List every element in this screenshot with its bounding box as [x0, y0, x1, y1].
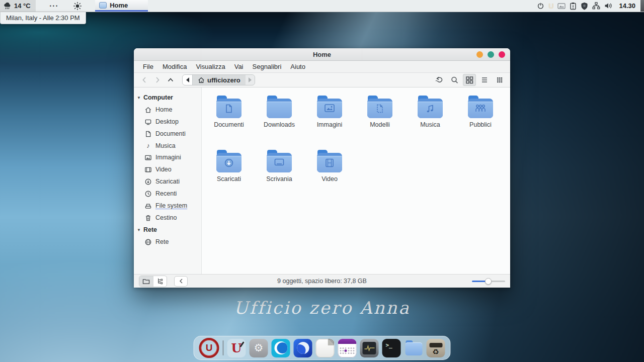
browser-icon[interactable] [272, 339, 290, 357]
sidebar-item-recenti[interactable]: Recenti [134, 188, 201, 200]
text-editor-icon[interactable] [316, 339, 335, 357]
close-button[interactable] [499, 51, 505, 58]
sidebar-item-file-system[interactable]: File system [134, 200, 201, 212]
image-viewer-tray-icon[interactable] [557, 3, 566, 10]
ufficiozero-app-icon[interactable]: U [227, 339, 246, 357]
folder-icon [317, 96, 342, 118]
file-item-immagini[interactable]: Immagini [304, 90, 355, 145]
search-button[interactable] [448, 74, 461, 86]
tree-panel-button[interactable] [153, 276, 167, 287]
sidebar-item-home[interactable]: Home [134, 104, 201, 116]
file-item-musica[interactable]: Musica [405, 90, 455, 145]
panel-toggle-group [139, 276, 167, 287]
menu-modifica[interactable]: Modifica [158, 63, 191, 70]
weather-temp: 14 °C [14, 2, 31, 10]
top-panel: 14 °C ••• Home U [0, 0, 644, 12]
file-item-modelli[interactable]: Modelli [355, 90, 405, 145]
brightness-sun-icon [73, 2, 82, 11]
settings-icon[interactable]: ⚙ [250, 339, 268, 357]
sidebar-item-cestino[interactable]: Cestino [134, 212, 201, 224]
menu-segnalibri[interactable]: Segnalibri [248, 63, 286, 70]
sidebar-item-scaricati[interactable]: Scaricati [134, 175, 201, 188]
sidebar-section-computer[interactable]: ▼ Computer [134, 92, 201, 104]
panel-clock[interactable]: 14.30 [617, 2, 637, 10]
sidebar-item-documenti[interactable]: Documenti [134, 128, 201, 140]
breadcrumb-prev-button[interactable] [183, 75, 193, 85]
ufficiozero-launcher-icon[interactable]: U [199, 338, 219, 358]
icon-view-button[interactable] [463, 74, 476, 86]
list-view-button[interactable] [478, 74, 491, 86]
calendar-icon[interactable] [338, 339, 357, 357]
document-icon [144, 130, 152, 138]
power-icon[interactable] [537, 2, 544, 10]
trash-icon [144, 214, 152, 222]
volume-tray-icon[interactable] [604, 2, 613, 10]
reload-button[interactable] [433, 74, 446, 86]
monitor-icon [144, 118, 152, 126]
sidebar-item-video[interactable]: Video [134, 163, 201, 175]
menu-vai[interactable]: Vai [230, 63, 248, 70]
breadcrumb-next-button[interactable] [246, 75, 255, 85]
folder-icon [367, 96, 392, 118]
music-note-icon: ♪ [144, 142, 152, 149]
collapse-arrow-icon: ▼ [137, 96, 141, 100]
file-item-video[interactable]: Video [304, 145, 355, 199]
places-panel-button[interactable] [139, 276, 153, 287]
menu-aiuto[interactable]: Aiuto [286, 63, 310, 70]
weather-widget[interactable]: 14 °C [0, 0, 36, 12]
dock-separator [223, 340, 224, 355]
ufficiozero-tray-icon[interactable]: U [548, 2, 553, 10]
menu-visualizza[interactable]: Visualizza [191, 63, 229, 70]
terminal-icon[interactable]: >_ [382, 339, 401, 357]
folder-icon [267, 150, 292, 172]
panel-overflow-button[interactable]: ••• [36, 0, 66, 12]
file-view[interactable]: Documenti Downloads Immagini Mod [202, 87, 510, 274]
collapse-arrow-icon: ▼ [137, 228, 141, 232]
file-manager-icon[interactable] [405, 339, 423, 357]
compact-view-button[interactable] [493, 74, 506, 86]
system-monitor-icon[interactable] [360, 339, 379, 357]
file-manager-window: Home File Modifica Visualizza Vai Segnal… [134, 48, 510, 288]
maximize-button[interactable] [488, 51, 494, 58]
taskbar-task-home[interactable]: Home [95, 0, 148, 12]
clipboard-tray-icon[interactable] [570, 2, 577, 10]
breadcrumb-location[interactable]: ufficiozero [193, 75, 246, 85]
desktop-watermark: Ufficio zero Anna [0, 298, 644, 318]
rain-cloud-icon [3, 2, 12, 10]
file-item-scaricati[interactable]: Scaricati [204, 145, 254, 199]
panel-spacer [148, 0, 537, 12]
sidebar-item-musica[interactable]: ♪ Musica [134, 140, 201, 151]
network-tray-icon[interactable] [592, 2, 600, 10]
brightness-button[interactable] [66, 0, 89, 12]
shield-tray-icon[interactable] [581, 2, 588, 10]
overflow-dots-icon: ••• [50, 4, 59, 9]
mail-icon[interactable] [294, 339, 312, 357]
dock: U U ⚙ >_ ♻ [194, 336, 451, 360]
titlebar[interactable]: Home [134, 48, 510, 61]
file-item-downloads[interactable]: Downloads [254, 90, 304, 145]
file-item-scrivania[interactable]: Scrivania [254, 145, 304, 199]
back-button[interactable] [138, 74, 151, 86]
window-controls [476, 48, 505, 61]
file-item-documenti[interactable]: Documenti [204, 90, 254, 145]
file-item-pubblici[interactable]: Pubblici [455, 90, 506, 145]
zoom-thumb[interactable] [485, 278, 492, 285]
hide-sidebar-button[interactable] [174, 276, 188, 287]
trash-dock-icon[interactable]: ♻ [427, 339, 445, 357]
sidebar-item-immagini[interactable]: Immagini [134, 151, 201, 163]
panel-edge-handle[interactable] [640, 0, 644, 12]
zoom-slider[interactable] [472, 278, 505, 285]
clock-icon [144, 190, 152, 198]
system-tray: U 14.30 [537, 0, 640, 12]
sidebar-section-rete[interactable]: ▼ Rete [134, 224, 201, 236]
sidebar-item-desktop[interactable]: Desktop [134, 116, 201, 128]
menu-file[interactable]: File [138, 63, 158, 70]
breadcrumb: ufficiozero [182, 74, 255, 85]
folder-icon [216, 150, 242, 172]
sidebar-item-rete[interactable]: Rete [134, 236, 201, 248]
status-text: 9 oggetti, spazio libero: 37,8 GB [134, 278, 510, 285]
forward-button[interactable] [151, 74, 164, 86]
minimize-button[interactable] [476, 51, 483, 58]
up-button[interactable] [164, 74, 177, 86]
folder-icon [418, 96, 443, 118]
